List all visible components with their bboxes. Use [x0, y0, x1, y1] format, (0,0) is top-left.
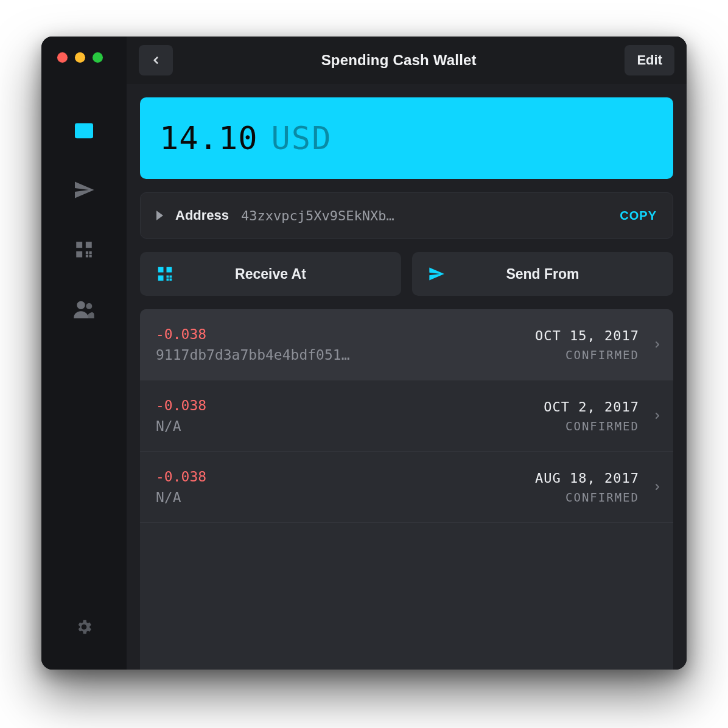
qr-small-icon: [156, 265, 174, 283]
edit-button[interactable]: Edit: [625, 45, 674, 75]
chevron-right-icon: [653, 337, 662, 352]
window-traffic-lights: [57, 52, 103, 63]
chevron-right-icon: [653, 408, 662, 423]
svg-rect-16: [170, 276, 172, 278]
paper-plane-icon: [73, 179, 95, 201]
contacts-icon: [72, 297, 96, 321]
svg-point-10: [86, 303, 92, 309]
svg-rect-17: [167, 279, 169, 281]
close-window-button[interactable]: [57, 52, 68, 63]
sidebar-settings[interactable]: [65, 607, 103, 646]
sidebar: [41, 37, 127, 670]
gear-icon: [75, 618, 93, 636]
svg-rect-11: [158, 267, 164, 273]
sidebar-item-wallet[interactable]: [65, 103, 103, 157]
transaction-hash: N/A: [156, 418, 411, 434]
back-button[interactable]: [139, 45, 173, 75]
transaction-hash: 9117db7d3a7bb4e4bdf051…: [156, 347, 411, 363]
svg-rect-2: [76, 242, 82, 248]
content: 14.10 USD Address 43zxvpcj5Xv9SEkNXb… CO…: [127, 84, 687, 670]
transaction-date: OCT 15, 2017: [535, 328, 639, 343]
transaction-status: CONFIRMED: [565, 348, 639, 362]
receive-button[interactable]: Receive At: [140, 252, 401, 296]
transaction-row[interactable]: -0.038 9117db7d3a7bb4e4bdf051… OCT 15, 2…: [140, 309, 673, 380]
transaction-status: CONFIRMED: [565, 491, 639, 504]
transaction-amount: -0.038: [156, 397, 534, 413]
transaction-list: -0.038 9117db7d3a7bb4e4bdf051… OCT 15, 2…: [140, 309, 673, 670]
svg-rect-13: [158, 276, 164, 281]
svg-rect-3: [86, 242, 92, 248]
transaction-amount: -0.038: [156, 326, 525, 342]
paper-plane-small-icon: [428, 265, 445, 282]
copy-address-button[interactable]: COPY: [620, 209, 657, 223]
expand-triangle-icon: [156, 211, 163, 220]
svg-rect-5: [86, 251, 88, 254]
receive-button-label: Receive At: [235, 266, 306, 282]
sidebar-item-contacts[interactable]: [65, 282, 103, 336]
wallet-icon: [72, 118, 96, 142]
fullscreen-window-button[interactable]: [93, 52, 103, 63]
topbar: Spending Cash Wallet Edit: [127, 37, 687, 84]
main-panel: Spending Cash Wallet Edit 14.10 USD Addr…: [127, 37, 687, 670]
balance-card: 14.10 USD: [140, 97, 673, 179]
transaction-hash: N/A: [156, 489, 411, 505]
transaction-date: AUG 18, 2017: [535, 471, 639, 486]
chevron-left-icon: [150, 52, 161, 68]
svg-rect-15: [170, 279, 172, 281]
balance-currency: USD: [271, 120, 332, 156]
transaction-amount: -0.038: [156, 469, 525, 485]
svg-point-9: [77, 301, 85, 309]
svg-rect-8: [89, 255, 92, 257]
action-row: Receive At Send From: [140, 252, 673, 296]
svg-rect-4: [76, 251, 82, 257]
transaction-row[interactable]: -0.038 N/A AUG 18, 2017 CONFIRMED: [140, 452, 673, 523]
edit-button-label: Edit: [637, 52, 662, 68]
sidebar-item-send[interactable]: [65, 163, 103, 217]
transaction-date: OCT 2, 2017: [544, 399, 639, 415]
qr-icon: [74, 239, 94, 260]
send-button-label: Send From: [506, 266, 579, 282]
address-card[interactable]: Address 43zxvpcj5Xv9SEkNXb… COPY: [140, 192, 673, 239]
sidebar-item-qr[interactable]: [65, 223, 103, 276]
minimize-window-button[interactable]: [75, 52, 85, 63]
balance-amount: 14.10: [159, 120, 258, 156]
svg-rect-7: [86, 255, 88, 257]
transaction-row[interactable]: -0.038 N/A OCT 2, 2017 CONFIRMED: [140, 380, 673, 452]
page-title: Spending Cash Wallet: [181, 52, 616, 69]
address-value: 43zxvpcj5Xv9SEkNXb…: [241, 208, 607, 223]
svg-rect-1: [75, 123, 93, 127]
app-window: Spending Cash Wallet Edit 14.10 USD Addr…: [41, 37, 687, 670]
address-label: Address: [175, 208, 229, 223]
transaction-status: CONFIRMED: [565, 419, 639, 433]
svg-rect-14: [167, 276, 169, 278]
svg-rect-12: [167, 267, 172, 273]
chevron-right-icon: [653, 480, 662, 494]
send-button[interactable]: Send From: [412, 252, 673, 296]
svg-rect-6: [89, 251, 92, 254]
